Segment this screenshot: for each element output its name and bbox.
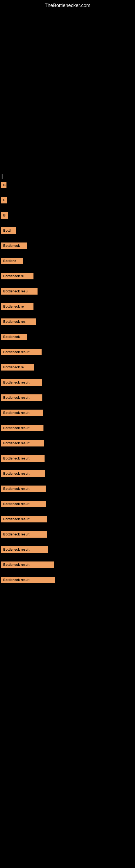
list-item: Bottleneck re [0, 364, 135, 372]
page-wrapper: TheBottlenecker.com | BEBBottlBottleneck… [0, 0, 135, 173]
bottleneck-badge: E [1, 197, 7, 204]
list-item: Bottleneck result [0, 546, 135, 554]
list-item: B [0, 182, 135, 189]
dark-top-section [0, 10, 135, 173]
list-item: Bottleneck result [0, 531, 135, 539]
cursor: | [1, 173, 3, 179]
bottleneck-badge: Bottleneck result [1, 425, 43, 431]
list-item: Bottleneck result [0, 561, 135, 569]
list-item: Bottleneck result [0, 379, 135, 387]
bottleneck-badge: Bottleneck res [1, 318, 36, 325]
list-item: Bottleneck [0, 243, 135, 250]
site-title: TheBottlenecker.com [0, 0, 135, 10]
list-item: Bottleneck [0, 334, 135, 341]
bottleneck-badge: Bottlene [1, 258, 23, 264]
list-item: Bottleneck result [0, 501, 135, 508]
list-item: Bottlene [0, 258, 135, 265]
list-item: Bottleneck re [0, 303, 135, 311]
bottleneck-badge: Bottleneck result [1, 455, 45, 462]
list-item: Bottleneck result [0, 410, 135, 417]
bottleneck-badge: B [1, 212, 8, 219]
list-item: Bottl [0, 227, 135, 235]
bottleneck-badge: Bottleneck result [1, 440, 44, 446]
bottleneck-badge: Bottleneck resu [1, 288, 38, 294]
list-item: Bottleneck result [0, 470, 135, 478]
list-item: Bottleneck result [0, 440, 135, 447]
bottleneck-badge: Bottleneck [1, 243, 27, 249]
bottleneck-badge: Bottleneck result [1, 561, 54, 568]
bottleneck-badge: Bottleneck result [1, 379, 42, 386]
list-item: Bottleneck resu [0, 288, 135, 296]
bottleneck-badge: Bottleneck result [1, 546, 48, 553]
list-item: Bottleneck result [0, 425, 135, 432]
bottleneck-list: BEBBottlBottleneckBottleneBottleneck reB… [0, 182, 135, 592]
bottleneck-badge: Bottleneck result [1, 486, 46, 492]
bottleneck-badge: Bottl [1, 227, 16, 234]
bottleneck-badge: Bottleneck result [1, 501, 46, 507]
list-item: Bottleneck result [0, 577, 135, 584]
bottleneck-badge: Bottleneck re [1, 364, 34, 371]
bottleneck-badge: Bottleneck result [1, 531, 47, 538]
list-item: Bottleneck re [0, 273, 135, 280]
list-item: Bottleneck result [0, 394, 135, 402]
bottleneck-badge: B [1, 182, 6, 188]
bottleneck-badge: Bottleneck [1, 334, 27, 340]
list-item: Bottleneck res [0, 318, 135, 326]
list-item: Bottleneck result [0, 349, 135, 356]
list-item: E [0, 197, 135, 205]
list-item: Bottleneck result [0, 486, 135, 493]
bottleneck-badge: Bottleneck result [1, 394, 42, 401]
bottleneck-badge: Bottleneck result [1, 516, 47, 522]
bottleneck-badge: Bottleneck result [1, 349, 42, 355]
list-item: Bottleneck result [0, 516, 135, 524]
list-item: Bottleneck result [0, 455, 135, 463]
bottleneck-badge: Bottleneck re [1, 273, 34, 279]
list-item: B [0, 212, 135, 220]
bottleneck-badge: Bottleneck result [1, 470, 45, 477]
bottleneck-badge: Bottleneck re [1, 303, 34, 310]
bottleneck-badge: Bottleneck result [1, 577, 55, 583]
bottleneck-badge: Bottleneck result [1, 410, 43, 416]
